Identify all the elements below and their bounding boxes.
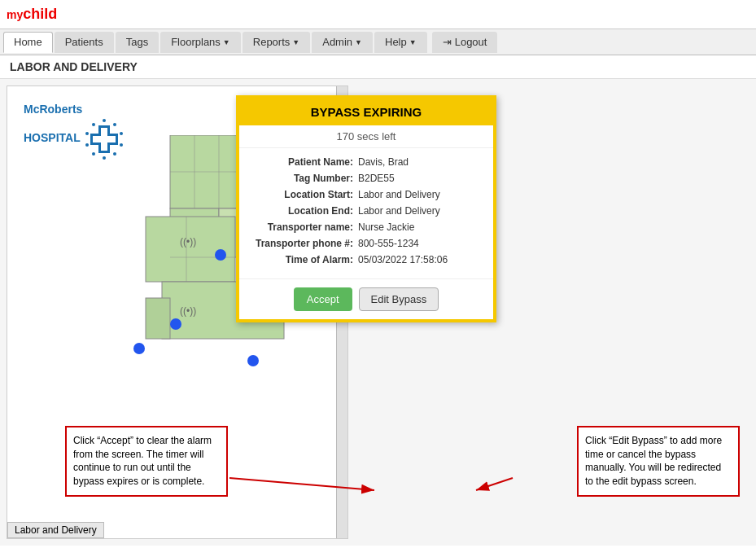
nav-floorplans[interactable]: Floorplans▼ <box>160 32 241 53</box>
detail-row: Transporter name:Nurse Jackie <box>252 221 480 233</box>
floorplans-caret: ▼ <box>223 38 230 46</box>
bypass-header: BYPASS EXPIRING <box>239 99 493 125</box>
detail-row: Transporter phone #:800-555-1234 <box>252 238 480 249</box>
callout-right: Click “Edit Bypass” to add more time or … <box>577 426 740 497</box>
svg-point-1 <box>113 123 116 126</box>
help-caret: ▼ <box>409 38 417 46</box>
svg-point-4 <box>113 152 116 156</box>
detail-label: Patient Name: <box>252 156 358 168</box>
bypass-modal: BYPASS EXPIRING 170 secs left Patient Na… <box>236 95 496 322</box>
detail-label: Location Start: <box>252 189 358 200</box>
svg-point-6 <box>92 152 95 156</box>
admin-caret: ▼ <box>355 38 362 46</box>
nav-logout[interactable]: ⇥ Logout <box>432 32 498 53</box>
detail-value: 05/03/2022 17:58:06 <box>358 254 448 265</box>
reports-caret: ▼ <box>292 38 299 46</box>
svg-point-7 <box>85 143 89 147</box>
logout-icon: ⇥ <box>443 36 452 48</box>
detail-label: Location End: <box>252 205 358 217</box>
detail-label: Transporter phone #: <box>252 238 358 249</box>
nav-bar: Home Patients Tags Floorplans▼ Reports▼ … <box>0 29 756 55</box>
page-title: LABOR AND DELIVERY <box>10 60 138 73</box>
edit-bypass-button[interactable]: Edit Bypass <box>359 287 439 311</box>
detail-row: Location Start:Labor and Delivery <box>252 189 480 200</box>
main-content: McRoberts HOSPITAL <box>0 79 756 546</box>
patient-dot-4 <box>133 343 145 354</box>
detail-value: Nurse Jackie <box>358 221 414 233</box>
detail-label: Tag Number: <box>252 173 358 184</box>
svg-rect-13 <box>93 136 116 142</box>
detail-value: Labor and Delivery <box>358 189 440 200</box>
detail-row: Location End:Labor and Delivery <box>252 205 480 217</box>
hospital-logo: McRoberts HOSPITAL <box>24 103 125 160</box>
floorplan-label: Labor and Delivery <box>7 522 104 538</box>
detail-row: Tag Number:B2DE55 <box>252 173 480 184</box>
patient-dot-3 <box>170 318 181 330</box>
nav-admin[interactable]: Admin▼ <box>312 32 373 53</box>
nav-reports[interactable]: Reports▼ <box>243 32 310 53</box>
nav-home[interactable]: Home <box>3 32 53 53</box>
nav-help[interactable]: Help▼ <box>374 32 427 53</box>
detail-row: Time of Alarm:05/03/2022 17:58:06 <box>252 254 480 265</box>
patient-dot-5 <box>247 355 259 366</box>
svg-rect-19 <box>146 298 170 339</box>
logo-brand: child <box>23 6 57 23</box>
detail-value: 800-555-1234 <box>358 238 419 249</box>
patient-dot-2 <box>215 249 226 261</box>
callout-left: Click “Accept” to clear the alarm from t… <box>65 426 228 497</box>
svg-point-5 <box>103 156 106 160</box>
logo-prefix: my <box>7 8 23 21</box>
svg-text:((•)): ((•)) <box>180 236 196 248</box>
hospital-name-bottom: HOSPITAL <box>24 131 81 144</box>
svg-point-8 <box>85 132 89 135</box>
detail-label: Transporter name: <box>252 221 358 233</box>
bypass-footer: Accept Edit Bypass <box>239 278 493 319</box>
detail-value: Labor and Delivery <box>358 205 440 217</box>
bypass-timer: 170 secs left <box>239 125 493 148</box>
logo-bar: mychild <box>0 0 756 29</box>
detail-value: B2DE55 <box>358 173 395 184</box>
page-title-bar: LABOR AND DELIVERY <box>0 55 756 79</box>
detail-label: Time of Alarm: <box>252 254 358 265</box>
svg-point-9 <box>92 123 95 126</box>
detail-value: Davis, Brad <box>358 156 409 168</box>
hospital-name-top: McRoberts <box>24 103 125 116</box>
nav-patients[interactable]: Patients <box>55 32 114 53</box>
svg-point-0 <box>103 119 106 122</box>
svg-text:((•)): ((•)) <box>180 305 196 317</box>
hospital-cross-icon <box>84 119 125 160</box>
accept-button[interactable]: Accept <box>294 287 352 311</box>
nav-tags[interactable]: Tags <box>116 32 159 53</box>
bypass-details: Patient Name:Davis, BradTag Number:B2DE5… <box>239 148 493 278</box>
detail-row: Patient Name:Davis, Brad <box>252 156 480 168</box>
